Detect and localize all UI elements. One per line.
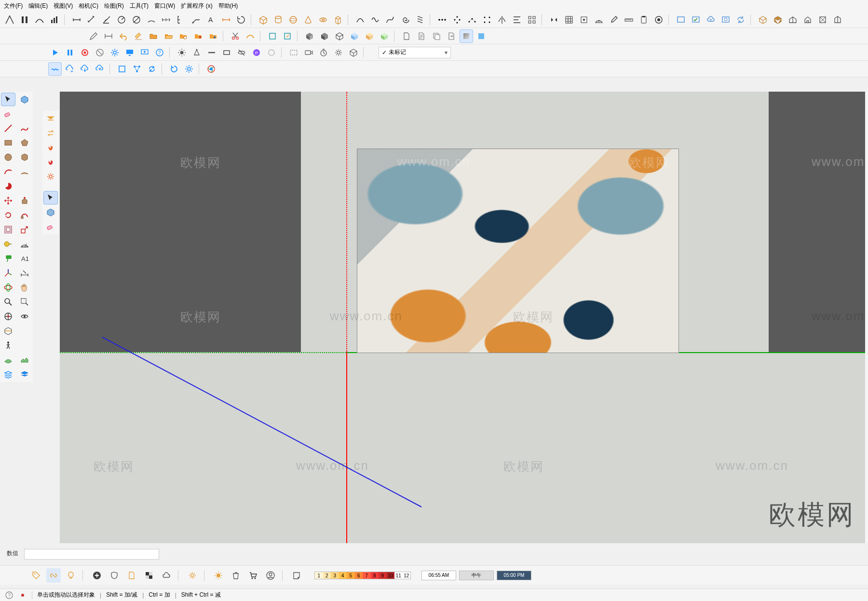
undo-icon[interactable] (117, 29, 130, 43)
window-new-icon[interactable] (674, 13, 688, 27)
followme-tool-icon[interactable] (17, 208, 32, 222)
vcb-input[interactable] (24, 549, 159, 560)
doc-plain-icon[interactable] (400, 29, 413, 43)
pushpull-tool-icon[interactable] (17, 194, 32, 207)
menu-file[interactable]: 文件(F) (4, 2, 23, 10)
array-linear-icon[interactable] (435, 13, 449, 27)
pencil-icon[interactable] (87, 29, 100, 43)
ext-down-icon[interactable] (43, 112, 58, 125)
light-hidden-icon[interactable] (235, 46, 248, 59)
play-icon[interactable] (48, 46, 62, 59)
snap-icon[interactable] (577, 13, 591, 27)
zoomwin-tool-icon[interactable] (17, 295, 32, 309)
ext-fire-icon[interactable] (43, 141, 58, 154)
shade-6-icon[interactable] (378, 29, 391, 43)
menu-help[interactable]: 帮助(H) (218, 2, 238, 10)
dim-ordinate-icon[interactable] (175, 13, 188, 27)
folder-2-icon[interactable] (162, 29, 175, 43)
dim-linear-icon[interactable] (70, 13, 83, 27)
offset-tool-icon[interactable] (1, 223, 15, 236)
ext-gear-icon[interactable] (43, 170, 58, 183)
light-spot-icon[interactable] (190, 46, 203, 59)
shadow-month-scale[interactable]: 1 2 3 4 5 6 7 8 9 10 11 12 (314, 572, 411, 579)
gear-outline-icon[interactable] (332, 46, 345, 59)
cylinder-icon[interactable] (271, 13, 285, 27)
weld-icon[interactable] (244, 29, 257, 43)
doc-gradient-icon[interactable] (460, 29, 473, 43)
comp-edit-icon[interactable] (281, 29, 294, 43)
cone-icon[interactable] (301, 13, 315, 27)
doc-color-icon[interactable] (475, 29, 488, 43)
curve2-icon[interactable] (368, 13, 382, 27)
monitor-plus-icon[interactable] (138, 46, 151, 59)
cloud-down-icon[interactable] (78, 62, 92, 76)
array-rect-icon[interactable] (525, 13, 539, 27)
tb1-btn-2[interactable] (18, 13, 31, 27)
paint-tool-icon[interactable] (1, 252, 15, 265)
pan-tool-icon[interactable] (17, 281, 32, 294)
circle-tool-icon[interactable] (1, 150, 15, 164)
protractor-tool-icon[interactable] (17, 237, 32, 251)
bb-tag-icon[interactable] (29, 568, 43, 583)
eraser-icon[interactable] (132, 29, 145, 43)
light-linear-icon[interactable] (205, 46, 218, 59)
window-globe-icon[interactable] (719, 13, 732, 27)
line-tool-icon[interactable] (1, 122, 15, 135)
tb1-btn-1[interactable] (3, 13, 16, 27)
house-top-icon[interactable] (816, 13, 829, 27)
array-radial-icon[interactable] (450, 13, 464, 27)
bb-gear-icon[interactable] (185, 568, 200, 583)
right-tray-edge[interactable] (865, 92, 868, 543)
curve1-icon[interactable] (353, 13, 367, 27)
bb-user-icon[interactable] (263, 568, 278, 583)
bb-sun-icon[interactable] (211, 568, 226, 583)
shadow-time-noon[interactable]: 中午 (459, 571, 494, 580)
clipboard-icon[interactable] (637, 13, 651, 27)
status-pin-icon[interactable] (18, 591, 27, 600)
camera-icon[interactable] (302, 46, 315, 59)
arc-tool-icon[interactable] (1, 165, 15, 178)
light-sun-icon[interactable] (175, 46, 189, 59)
box-icon[interactable] (257, 13, 270, 27)
position-tool-icon[interactable] (1, 310, 15, 323)
shade-4-icon[interactable] (348, 29, 361, 43)
walk-tool-icon[interactable] (1, 339, 15, 352)
folder-5-icon[interactable] (206, 29, 220, 43)
dim-diameter-icon[interactable] (130, 13, 143, 27)
cube-outline-icon[interactable] (347, 46, 360, 59)
record-icon[interactable] (652, 13, 665, 27)
bb-doc-icon[interactable] (124, 568, 139, 583)
record-red-icon[interactable] (78, 46, 92, 59)
settings-gear-icon[interactable] (108, 46, 122, 59)
window-check-icon[interactable] (689, 13, 703, 27)
menu-draw[interactable]: 绘图(R) (104, 2, 124, 10)
cloud-up-icon[interactable] (704, 13, 718, 27)
move-tool-icon[interactable] (1, 194, 15, 207)
bb-checker-icon[interactable] (142, 568, 156, 583)
folder-4-icon[interactable] (191, 29, 205, 43)
house-iso-icon[interactable] (786, 13, 800, 27)
grid-icon[interactable] (562, 13, 576, 27)
bb-cloud-icon[interactable] (159, 568, 174, 583)
cancel-icon[interactable] (93, 46, 107, 59)
text3d-tool-icon[interactable]: A1 (17, 252, 32, 265)
ngon-tool-icon[interactable] (17, 150, 32, 164)
arc2-tool-icon[interactable] (17, 165, 32, 178)
shadow-time-start[interactable]: 06:55 AM (421, 571, 456, 580)
protractor-icon[interactable] (592, 13, 606, 27)
light-p-icon[interactable]: P (250, 46, 263, 59)
box3d-1-icon[interactable] (756, 13, 770, 27)
cloud-wave-icon[interactable] (48, 62, 62, 76)
layers-tool-icon[interactable] (1, 368, 15, 381)
menu-view[interactable]: 视图(V) (54, 2, 73, 10)
sandbox2-tool-icon[interactable] (17, 353, 32, 367)
doc-text-icon[interactable] (415, 29, 428, 43)
bb-link-icon[interactable] (46, 568, 61, 583)
shade-3-icon[interactable] (333, 29, 346, 43)
bb-shield-icon[interactable] (107, 568, 122, 583)
leader-icon[interactable] (190, 13, 203, 27)
monitor-icon[interactable] (123, 46, 136, 59)
eraser-tool-icon[interactable] (1, 107, 15, 121)
chrome-icon[interactable] (204, 62, 218, 76)
flip-h-icon[interactable] (547, 13, 561, 27)
